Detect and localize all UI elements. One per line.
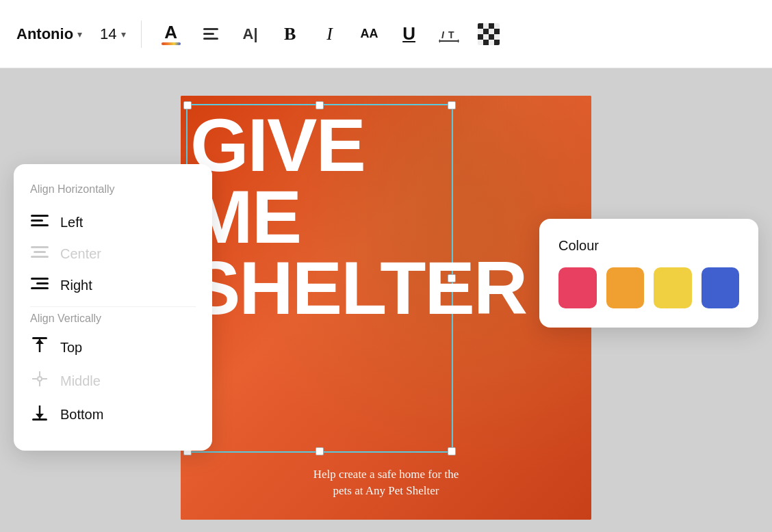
colour-swatch-orange[interactable] <box>606 267 645 308</box>
colour-swatch-yellow[interactable] <box>654 267 692 308</box>
svg-marker-19 <box>36 339 44 344</box>
bold-icon: B <box>284 24 296 44</box>
align-middle-label: Middle <box>60 373 101 389</box>
svg-rect-11 <box>31 246 49 248</box>
text-color-button[interactable]: A <box>157 20 185 49</box>
align-bottom-item[interactable]: Bottom <box>30 397 196 431</box>
font-scale-icon: AA <box>361 27 378 41</box>
align-horizontal-title: Align Horizontally <box>30 183 196 196</box>
letter-spacing-icon: I T <box>439 25 459 44</box>
toolbar: Antonio ▾ 14 ▾ A A| B I AA U <box>0 0 772 68</box>
font-size-chevron: ▾ <box>121 29 126 40</box>
align-left-label: Left <box>60 215 83 230</box>
main-canvas-area: GIVEMESHELTER Help create a safe home fo… <box>0 68 772 532</box>
checker-icon <box>478 23 500 45</box>
svg-rect-13 <box>31 256 49 258</box>
svg-rect-17 <box>32 337 47 339</box>
align-middle-icon <box>30 371 49 390</box>
colour-swatch-blue[interactable] <box>702 267 740 308</box>
svg-rect-15 <box>36 282 49 284</box>
text-color-bar <box>162 42 181 45</box>
align-top-item[interactable]: Top <box>30 330 196 364</box>
svg-rect-2 <box>203 38 218 40</box>
svg-rect-10 <box>31 224 49 226</box>
align-panel: Align Horizontally Left Center <box>14 164 212 451</box>
colour-panel: Colour <box>539 219 758 328</box>
align-center-item[interactable]: Center <box>30 238 196 269</box>
align-right-icon <box>30 276 49 294</box>
bold-button[interactable]: B <box>276 20 305 49</box>
align-middle-item[interactable]: Middle <box>30 364 196 397</box>
align-bottom-label: Bottom <box>60 407 103 423</box>
svg-rect-14 <box>31 278 49 280</box>
italic-button[interactable]: I <box>316 20 344 49</box>
svg-marker-6 <box>439 39 440 43</box>
text-color-letter: A <box>164 23 177 41</box>
font-name-label: Antonio <box>16 25 73 43</box>
svg-rect-1 <box>203 33 214 35</box>
font-size-button[interactable]: AA <box>355 20 384 49</box>
align-left-icon <box>30 213 49 231</box>
underline-button[interactable]: U <box>395 20 424 49</box>
align-divider <box>30 306 196 307</box>
align-center-icon <box>30 245 49 263</box>
italic-icon: I <box>326 24 333 44</box>
svg-rect-25 <box>32 418 47 421</box>
case-button[interactable]: A| <box>236 20 265 49</box>
svg-rect-9 <box>31 220 43 222</box>
toolbar-divider-1 <box>141 21 142 48</box>
svg-marker-7 <box>458 39 459 43</box>
case-icon: A| <box>243 25 258 43</box>
svg-text:T: T <box>448 29 454 40</box>
align-center-label: Center <box>60 246 101 262</box>
align-top-label: Top <box>60 340 82 356</box>
canvas-poster[interactable]: GIVEMESHELTER Help create a safe home fo… <box>181 96 591 520</box>
svg-rect-8 <box>31 215 49 217</box>
align-button[interactable] <box>196 20 225 49</box>
align-bottom-icon <box>30 404 49 425</box>
align-top-icon <box>30 337 49 358</box>
svg-point-20 <box>38 377 42 381</box>
align-left-item[interactable]: Left <box>30 207 196 238</box>
underline-icon: U <box>402 23 415 44</box>
svg-rect-0 <box>203 28 218 30</box>
colour-swatch-red[interactable] <box>558 267 597 308</box>
checker-button[interactable] <box>474 20 503 49</box>
align-right-item[interactable]: Right <box>30 269 196 301</box>
svg-marker-27 <box>36 414 44 418</box>
font-size-selector[interactable]: 14 ▾ <box>100 25 125 43</box>
colour-panel-title: Colour <box>558 238 739 254</box>
poster-main-text[interactable]: GIVEMESHELTER <box>190 109 450 324</box>
svg-text:I: I <box>441 29 445 40</box>
colour-swatches <box>558 267 739 308</box>
poster-sub-text[interactable]: Help create a safe home for thepets at A… <box>181 466 591 499</box>
align-vertical-title: Align Vertically <box>30 312 196 325</box>
svg-rect-12 <box>34 251 46 253</box>
align-right-label: Right <box>60 278 92 293</box>
font-dropdown-chevron: ▾ <box>77 29 82 40</box>
align-icon <box>201 25 220 44</box>
svg-rect-16 <box>31 287 49 289</box>
letter-spacing-button[interactable]: I T <box>435 20 463 49</box>
font-selector[interactable]: Antonio ▾ <box>16 25 82 43</box>
font-size-value: 14 <box>100 25 116 43</box>
